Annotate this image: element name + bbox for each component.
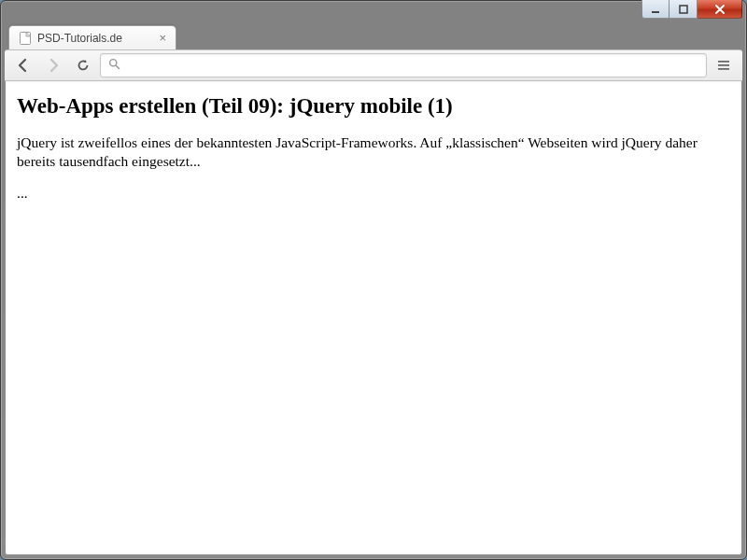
tab-strip: PSD-Tutorials.de × xyxy=(1,23,746,49)
reload-button[interactable] xyxy=(70,53,96,77)
browser-toolbar xyxy=(5,49,742,81)
page-content: Web-Apps erstellen (Teil 09): jQuery mob… xyxy=(6,81,741,229)
page-heading: Web-Apps erstellen (Teil 09): jQuery mob… xyxy=(17,94,730,119)
close-button[interactable] xyxy=(698,0,742,19)
page-paragraph: jQuery ist zweifellos eines der bekannte… xyxy=(17,133,730,171)
tab-close-icon[interactable]: × xyxy=(159,32,166,44)
svg-line-4 xyxy=(116,65,119,68)
back-button[interactable] xyxy=(10,53,36,77)
menu-button[interactable] xyxy=(711,53,737,77)
window-controls xyxy=(641,0,742,19)
browser-window: PSD-Tutorials.de × Web xyxy=(0,0,747,560)
svg-rect-2 xyxy=(21,32,31,44)
page-viewport[interactable]: Web-Apps erstellen (Teil 09): jQuery mob… xyxy=(5,81,742,555)
page-icon xyxy=(19,32,32,45)
svg-rect-1 xyxy=(680,6,687,13)
svg-rect-0 xyxy=(652,11,659,13)
address-bar[interactable] xyxy=(100,53,707,77)
svg-rect-7 xyxy=(718,68,729,70)
minimize-button[interactable] xyxy=(641,0,669,19)
page-ellipsis: ... xyxy=(17,184,730,203)
search-icon xyxy=(108,58,120,73)
tab-title: PSD-Tutorials.de xyxy=(37,32,153,45)
forward-button[interactable] xyxy=(40,53,66,77)
maximize-button[interactable] xyxy=(669,0,698,19)
svg-rect-6 xyxy=(718,64,729,66)
url-input[interactable] xyxy=(126,59,698,73)
svg-rect-5 xyxy=(718,61,729,63)
window-titlebar[interactable] xyxy=(1,1,746,23)
browser-tab[interactable]: PSD-Tutorials.de × xyxy=(8,25,176,49)
